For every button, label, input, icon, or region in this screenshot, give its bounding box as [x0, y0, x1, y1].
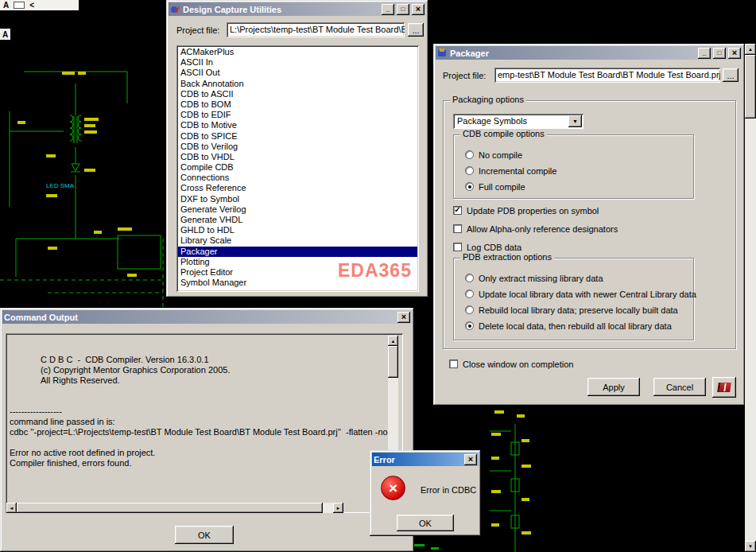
radio-incremental-compile[interactable]: Incremental compile [465, 165, 556, 176]
design-capture-utilities-window: Design Capture Utilities _ □ × Project f… [166, 0, 428, 297]
utilities-list[interactable]: ACMakerPlus ASCII In ASCII Out Back Anno… [176, 45, 419, 292]
close-button[interactable]: × [728, 48, 741, 59]
list-item[interactable]: Compile CDB [178, 162, 417, 173]
text-tool-icon[interactable]: A [3, 1, 9, 10]
window-title: Command Output [4, 313, 395, 322]
ok-button[interactable]: OK [175, 526, 234, 544]
radio-rebuild-preserve-local[interactable]: Rebuild local library data; preserve loc… [465, 305, 678, 315]
radio-label: No compile [479, 150, 522, 160]
radio-icon [465, 305, 474, 314]
radio-label: Only extract missing library data [479, 274, 603, 283]
radio-label: Delete local data, then rebuild all loca… [479, 321, 672, 331]
output-line: C D B C - CDB Compiler. Version 16.3.0.1 [6, 355, 403, 365]
output-text-area[interactable]: C D B C - CDB Compiler. Version 16.3.0.1… [6, 333, 403, 513]
radio-delete-local-rebuild[interactable]: Delete local data, then rebuild all loca… [465, 321, 672, 331]
radio-full-compile[interactable]: Full compile [465, 181, 525, 192]
radio-label: Update local library data with newer Cen… [479, 290, 696, 299]
scroll-right-button[interactable]: ► [333, 503, 343, 513]
radio-no-compile[interactable]: No compile [465, 150, 522, 160]
list-item[interactable]: CDB to EDIF [178, 110, 417, 120]
radio-update-local-library[interactable]: Update local library data with newer Cen… [465, 289, 696, 299]
maximize-button[interactable]: □ [397, 4, 409, 15]
chevron-down-icon[interactable]: ▼ [568, 115, 582, 127]
angle-bracket-icon[interactable]: < [29, 1, 34, 10]
maximize-button[interactable]: □ [713, 48, 726, 59]
error-titlebar[interactable]: Error × [372, 453, 479, 466]
list-item[interactable]: CDB to BOM [178, 99, 417, 110]
output-line: (c) Copyright Mentor Graphics Corporatio… [6, 365, 403, 375]
list-item[interactable]: Back Annotation [178, 79, 417, 89]
check-icon: ✓ [454, 206, 460, 214]
scrollbar-thumb[interactable] [17, 503, 323, 513]
app-vertical-scrollbar[interactable]: ▲ ▼ [745, 44, 756, 552]
ok-button[interactable]: OK [397, 515, 454, 531]
packager-project-file-input[interactable]: emp-test\BT Module Test Board\BT Module … [494, 68, 720, 83]
packager-window: Packager _ □ × Project file: emp-test\BT… [433, 44, 745, 406]
horizontal-scrollbar[interactable]: ◄ ► [6, 503, 343, 513]
scroll-up-button[interactable]: ▲ [745, 44, 756, 55]
scrollbar-thumb[interactable] [388, 346, 398, 378]
checkbox-close-window-on-completion[interactable]: Close window on completion [449, 359, 573, 369]
package-type-value: Package Symbols [453, 114, 567, 129]
close-button[interactable]: × [464, 454, 477, 465]
output-line: cdbc ''-project=L:\Projects\temp-test\BT… [6, 427, 403, 437]
apply-button[interactable]: Apply [587, 378, 640, 396]
close-button[interactable]: × [397, 312, 410, 323]
list-item-packager[interactable]: Packager [178, 247, 417, 257]
list-item[interactable]: ASCII Out [178, 68, 417, 78]
window-title: Packager [450, 49, 696, 58]
list-item[interactable]: Generate VHDL [178, 215, 417, 225]
list-item[interactable]: ACMakerPlus [178, 47, 417, 57]
scrollbar-thumb[interactable] [745, 55, 756, 119]
list-item[interactable]: CDB to Verilog [178, 142, 417, 152]
list-item[interactable]: DXF to Symbol [178, 194, 417, 204]
package-type-select[interactable]: Package Symbols ▼ [453, 114, 583, 129]
output-line: command line passed in is: [6, 417, 403, 427]
packager-icon [437, 48, 448, 58]
text-tool-icon[interactable]: A [2, 30, 8, 39]
list-item[interactable]: Generate Verilog [178, 204, 417, 215]
checkbox-icon [453, 224, 462, 233]
list-item[interactable]: ASCII In [178, 57, 417, 68]
command-output-titlebar[interactable]: Command Output × [2, 310, 412, 324]
window-title: Error [374, 455, 462, 465]
radio-icon-selected [465, 182, 474, 191]
group-label: CDB compile options [460, 129, 547, 138]
eda365-watermark: EDA365 [338, 260, 412, 282]
list-item[interactable]: CDB to Motive [178, 120, 417, 130]
list-item[interactable]: GHLD to HDL [178, 225, 417, 235]
checkbox-log-cdb-data[interactable]: Log CDB data [453, 242, 521, 252]
minimize-button[interactable]: _ [698, 48, 711, 59]
checkbox-icon [453, 243, 462, 251]
radio-only-extract-missing[interactable]: Only extract missing library data [465, 273, 603, 283]
checkbox-alpha-only-refdes[interactable]: Allow Alpha-only reference designators [453, 224, 618, 234]
dcu-browse-button[interactable]: ... [408, 23, 424, 37]
list-item[interactable]: Cross Reference [178, 183, 417, 193]
screen: LED SMA A < A ▲ ▼ Design Capture Utiliti… [0, 0, 756, 552]
list-item[interactable]: Connections [178, 173, 417, 183]
close-button[interactable]: × [412, 4, 425, 15]
packager-titlebar[interactable]: Packager _ □ × [436, 46, 742, 60]
help-book-icon [717, 383, 731, 392]
dcu-titlebar[interactable]: Design Capture Utilities _ □ × [169, 2, 426, 16]
help-button[interactable] [712, 377, 736, 398]
cancel-button[interactable]: Cancel [653, 378, 706, 396]
checkbox-update-pdb-properties[interactable]: ✓ Update PDB properties on symbol [453, 205, 599, 216]
scroll-left-button[interactable]: ◄ [6, 503, 17, 513]
shape-tool-icon[interactable] [14, 2, 25, 9]
output-lines: C D B C - CDB Compiler. Version 16.3.0.1… [6, 333, 403, 468]
packager-browse-button[interactable]: ... [723, 68, 739, 82]
list-item[interactable]: CDB to VHDL [178, 152, 417, 162]
minimize-button[interactable]: _ [382, 4, 394, 15]
scroll-down-button[interactable]: ▼ [745, 541, 756, 552]
scroll-up-button[interactable]: ▲ [388, 336, 398, 346]
error-message: Error in CDBC [421, 485, 476, 495]
list-item[interactable]: CDB to SPICE [178, 131, 417, 142]
schematic-led-label: LED SMA [46, 182, 75, 189]
list-item[interactable]: Library Scale [178, 235, 417, 246]
output-line [6, 396, 403, 406]
radio-icon [465, 150, 474, 159]
dcu-project-file-input[interactable]: L:\Projects\temp-test\BT Module Test Boa… [227, 22, 405, 37]
design-capture-icon [170, 4, 180, 14]
list-item[interactable]: CDB to ASCII [178, 89, 417, 99]
